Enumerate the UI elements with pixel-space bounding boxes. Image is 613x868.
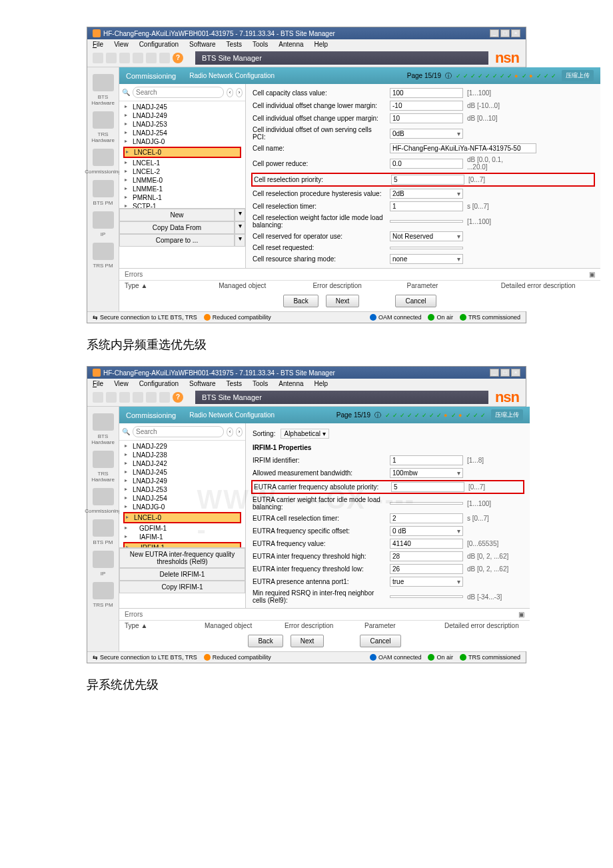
tree-item[interactable]: LNADJ-238 — [123, 451, 241, 459]
tree-item[interactable]: LNADJ-254 — [123, 129, 241, 137]
form-input[interactable]: none — [390, 254, 463, 264]
col-detail[interactable]: Detailed error description — [444, 622, 524, 629]
next-button[interactable]: › — [236, 427, 243, 437]
rail-icon[interactable] — [93, 111, 114, 129]
tool-icon[interactable] — [106, 392, 117, 403]
tool-icon[interactable] — [159, 392, 170, 403]
tree-item[interactable]: GDFIM-1 — [123, 524, 241, 533]
tree-item[interactable]: IRFIM-1 — [123, 542, 241, 547]
cancel-button[interactable]: Cancel — [395, 295, 436, 307]
compare-button[interactable]: Compare to ... — [119, 234, 235, 247]
tool-icon[interactable] — [159, 53, 170, 63]
help-icon[interactable]: ? — [173, 53, 183, 63]
next-button[interactable]: Next — [326, 295, 360, 307]
col-type[interactable]: Type ▲ — [125, 622, 205, 629]
tree-item[interactable]: LNCEL-1 — [123, 159, 241, 167]
form-input[interactable]: 5 — [391, 175, 464, 185]
new-button[interactable]: New — [119, 209, 235, 221]
minimize-button[interactable]: _ — [490, 29, 499, 37]
form-input[interactable]: 2dB — [390, 189, 463, 199]
form-input[interactable]: 5 — [391, 482, 464, 492]
col-desc[interactable]: Error description — [312, 282, 406, 289]
form-input[interactable] — [390, 247, 463, 249]
menu-tools[interactable]: Tools — [253, 380, 268, 387]
tree-item[interactable]: LNCEL-0 — [123, 147, 241, 158]
rail-icon[interactable] — [93, 582, 114, 599]
menu-tools[interactable]: Tools — [253, 41, 268, 48]
tree-item[interactable]: LNADJ-249 — [123, 477, 241, 485]
cancel-button[interactable]: Cancel — [360, 635, 400, 647]
upload-button[interactable]: 压缩上传 — [562, 70, 594, 81]
dropdown-icon[interactable]: ▾ — [235, 234, 245, 247]
menu-help[interactable]: Help — [314, 41, 328, 48]
col-mo[interactable]: Managed object — [219, 282, 312, 289]
rail-icon[interactable] — [93, 243, 114, 260]
rail-icon[interactable] — [93, 551, 114, 568]
menu-file[interactable]: File — [93, 380, 103, 387]
col-desc[interactable]: Error description — [285, 622, 364, 629]
sorting-select[interactable]: Alphabetical ▾ — [281, 429, 328, 439]
tool-icon[interactable] — [119, 392, 130, 403]
tree-item[interactable]: IAFIM-1 — [123, 533, 241, 541]
col-param[interactable]: Parameter — [364, 622, 444, 629]
form-input[interactable]: 100mbw — [390, 468, 463, 478]
tree-item[interactable]: LNADJ-242 — [123, 459, 241, 468]
tree-item[interactable]: LNADJ-245 — [123, 468, 241, 477]
form-input[interactable]: 10 — [390, 113, 463, 123]
menu-tests[interactable]: Tests — [227, 380, 242, 387]
back-button[interactable]: Back — [283, 295, 318, 307]
expand-icon[interactable]: ▣ — [589, 271, 595, 278]
form-input[interactable]: 2 — [390, 513, 463, 523]
menu-software[interactable]: Software — [189, 380, 215, 387]
col-detail[interactable]: Detailed error description — [501, 282, 595, 289]
tree-item[interactable]: SCTP-1 — [123, 202, 241, 208]
tree-item[interactable]: LNMME-1 — [123, 185, 241, 193]
minimize-button[interactable]: _ — [490, 369, 499, 377]
search-input[interactable] — [133, 87, 224, 98]
form-input[interactable]: 100 — [390, 88, 463, 98]
maximize-button[interactable]: □ — [500, 369, 510, 377]
tool-icon[interactable] — [119, 53, 130, 63]
rail-icon[interactable] — [93, 211, 114, 229]
menu-antenna[interactable]: Antenna — [279, 41, 303, 48]
menu-software[interactable]: Software — [189, 41, 215, 48]
next-button[interactable]: Next — [291, 635, 324, 647]
expand-icon[interactable]: ▣ — [518, 611, 524, 618]
form-input[interactable] — [390, 220, 463, 223]
col-param[interactable]: Parameter — [407, 282, 501, 289]
tree-item[interactable]: LNADJ-253 — [123, 485, 241, 494]
tool-icon[interactable] — [133, 392, 143, 403]
form-input[interactable]: 0 dB — [390, 526, 463, 536]
form-input[interactable]: 28 — [390, 551, 463, 561]
upload-button[interactable]: 压缩上传 — [491, 409, 523, 421]
help-icon[interactable]: ? — [173, 392, 183, 403]
tab-commissioning[interactable]: Commissioning — [126, 411, 176, 419]
form-input[interactable]: 0.0 — [390, 159, 463, 169]
menu-file[interactable]: File — [93, 41, 103, 48]
tree-item[interactable]: LNADJG-0 — [123, 137, 241, 146]
tree-item[interactable]: LNCEL-2 — [123, 167, 241, 176]
tree-item[interactable]: LNADJ-245 — [123, 103, 241, 111]
tree-item[interactable]: LNCEL-0 — [123, 512, 241, 523]
maximize-button[interactable]: □ — [500, 29, 510, 37]
rail-icon[interactable] — [93, 74, 114, 91]
rail-icon[interactable] — [93, 180, 114, 197]
rail-icon[interactable] — [93, 519, 114, 537]
back-button[interactable]: Back — [248, 635, 283, 647]
form-input[interactable]: Not Reserved — [390, 231, 463, 241]
prev-button[interactable]: ‹ — [227, 427, 233, 437]
form-input[interactable]: 26 — [390, 564, 463, 574]
tool-icon[interactable] — [146, 53, 157, 63]
form-input[interactable]: HF-ChangFeng-AKuiLiYa-NFTA-431975-50 — [390, 143, 536, 153]
tab-commissioning[interactable]: Commissioning — [126, 72, 176, 80]
form-input[interactable]: 1 — [390, 455, 463, 465]
tool-icon[interactable] — [93, 53, 103, 63]
close-button[interactable]: × — [511, 29, 520, 37]
search-input[interactable] — [133, 426, 224, 437]
rail-icon[interactable] — [93, 413, 114, 431]
info-icon[interactable]: ⓘ — [374, 411, 381, 420]
dropdown-icon[interactable]: ▾ — [235, 221, 245, 234]
copy-irfim-button[interactable]: Copy IRFIM-1 — [119, 581, 245, 593]
menu-configuration[interactable]: Configuration — [139, 380, 179, 387]
delete-irfim-button[interactable]: Delete IRFIM-1 — [119, 568, 245, 581]
